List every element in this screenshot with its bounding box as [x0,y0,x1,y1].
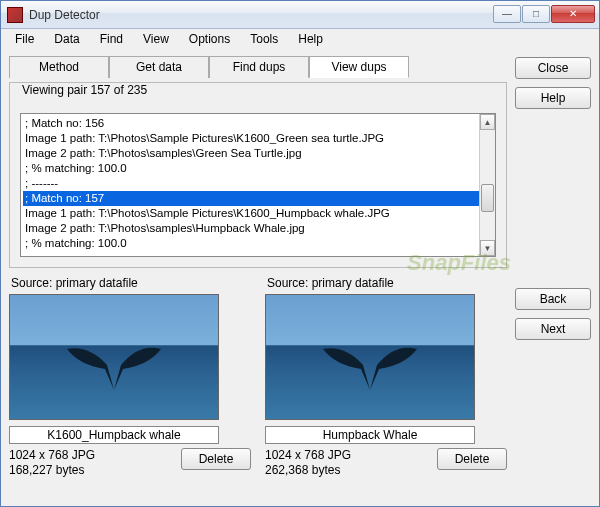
tabs-row: Method Get data Find dups View dups [9,55,507,77]
thumb-1-delete-button[interactable]: Delete [181,448,251,470]
list-line[interactable]: ; ------- [23,176,493,191]
app-window: Dup Detector — □ ✕ File Data Find View O… [0,0,600,507]
tab-find-dups[interactable]: Find dups [209,56,309,78]
list-line[interactable]: ; Match no: 157 [23,191,493,206]
list-line[interactable]: ; Match no: 156 [23,116,493,131]
right-buttons-column: Close Help Back Next [515,55,591,498]
thumb-2-filename: Humpback Whale [265,426,475,444]
match-listbox[interactable]: ; Match no: 156Image 1 path: T:\Photos\S… [20,113,496,257]
list-line[interactable]: ; ------- [23,251,493,257]
scroll-down-icon[interactable]: ▼ [480,240,495,256]
scroll-up-icon[interactable]: ▲ [480,114,495,130]
viewing-group: Viewing pair 157 of 235 ; Match no: 156I… [9,82,507,268]
scroll-thumb[interactable] [481,184,494,212]
list-line[interactable]: ; % matching: 100.0 [23,236,493,251]
window-title: Dup Detector [29,8,493,22]
tab-view-dups[interactable]: View dups [309,56,409,78]
list-line[interactable]: ; % matching: 100.0 [23,161,493,176]
menu-find[interactable]: Find [90,30,133,48]
list-line[interactable]: Image 1 path: T:\Photos\Sample Pictures\… [23,206,493,221]
thumbnail-2-column: Source: primary datafile Humpback Whale … [265,276,507,478]
listbox-scrollbar[interactable]: ▲ ▼ [479,114,495,256]
app-icon [7,7,23,23]
content-area: Method Get data Find dups View dups View… [1,49,599,506]
thumbnails-row: SnapFiles Source: primary datafile K1600… [9,276,507,478]
menubar: File Data Find View Options Tools Help [1,29,599,49]
tab-method[interactable]: Method [9,56,109,78]
menu-help[interactable]: Help [288,30,333,48]
whale-tail-icon [315,335,425,405]
help-button[interactable]: Help [515,87,591,109]
thumb-1-dimensions: 1024 x 768 JPG [9,448,175,463]
thumbnail-1-image[interactable] [9,294,219,420]
whale-tail-icon [59,335,169,405]
list-line[interactable]: Image 2 path: T:\Photos\samples\Humpback… [23,221,493,236]
list-line[interactable]: Image 2 path: T:\Photos\samples\Green Se… [23,146,493,161]
thumb-1-filename: K1600_Humpback whale [9,426,219,444]
maximize-button[interactable]: □ [522,5,550,23]
window-close-button[interactable]: ✕ [551,5,595,23]
menu-tools[interactable]: Tools [240,30,288,48]
thumb-2-source: Source: primary datafile [265,276,507,290]
thumb-2-dimensions: 1024 x 768 JPG [265,448,431,463]
minimize-button[interactable]: — [493,5,521,23]
next-button[interactable]: Next [515,318,591,340]
close-button[interactable]: Close [515,57,591,79]
list-line[interactable]: Image 1 path: T:\Photos\Sample Pictures\… [23,131,493,146]
back-button[interactable]: Back [515,288,591,310]
menu-file[interactable]: File [5,30,44,48]
menu-data[interactable]: Data [44,30,89,48]
menu-options[interactable]: Options [179,30,240,48]
menu-view[interactable]: View [133,30,179,48]
thumb-2-delete-button[interactable]: Delete [437,448,507,470]
thumb-1-source: Source: primary datafile [9,276,251,290]
thumb-1-filesize: 168,227 bytes [9,463,175,478]
thumb-2-filesize: 262,368 bytes [265,463,431,478]
thumbnail-1-column: Source: primary datafile K1600_Humpback … [9,276,251,478]
thumbnail-2-image[interactable] [265,294,475,420]
tab-get-data[interactable]: Get data [109,56,209,78]
titlebar: Dup Detector — □ ✕ [1,1,599,29]
